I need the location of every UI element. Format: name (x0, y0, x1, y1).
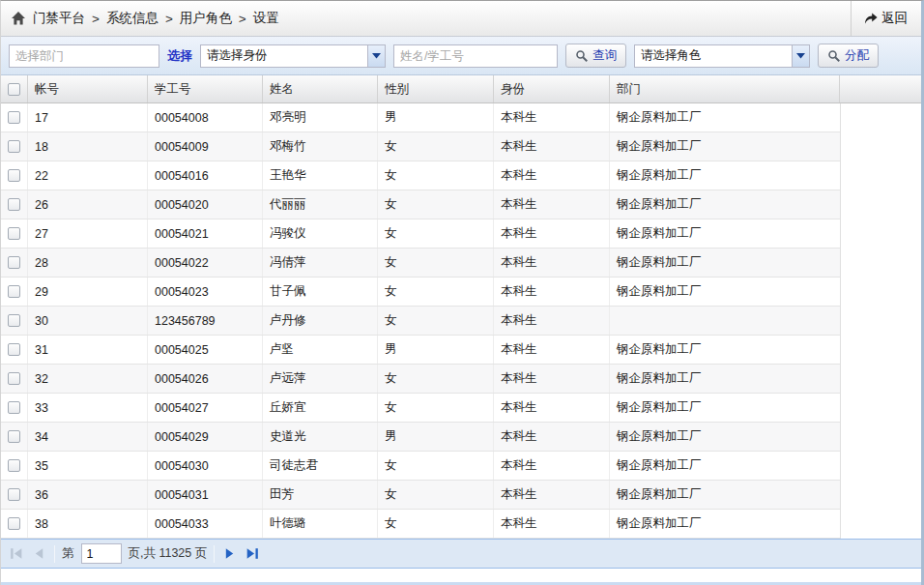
table-body: 17 00054008 邓亮明 男 本科生 钢企原料加工厂 18 0005400… (1, 103, 841, 539)
cell-student-id: 00054008 (148, 103, 263, 132)
first-page-button[interactable] (8, 545, 24, 562)
row-checkbox[interactable] (8, 256, 20, 269)
cell-student-id: 00054025 (148, 336, 263, 364)
page-number-input[interactable] (81, 543, 122, 564)
column-header-filler (840, 75, 921, 102)
row-checkbox-cell (1, 423, 28, 451)
column-header-identity[interactable]: 身份 (494, 75, 610, 102)
row-checkbox[interactable] (8, 459, 20, 472)
role-select-trigger[interactable] (792, 45, 809, 67)
cell-student-id: 123456789 (148, 307, 263, 335)
row-checkbox-cell (1, 481, 28, 509)
cell-gender: 男 (378, 423, 494, 451)
table-header: 帐号 学工号 姓名 性别 身份 部门 (1, 75, 921, 103)
column-header-student-id[interactable]: 学工号 (148, 75, 263, 102)
row-checkbox[interactable] (8, 430, 20, 443)
cell-account: 34 (28, 423, 148, 451)
back-arrow-icon (863, 11, 879, 26)
previous-page-button[interactable] (31, 545, 47, 562)
row-checkbox[interactable] (8, 401, 20, 414)
row-checkbox-cell (1, 336, 28, 364)
table-row[interactable]: 29 00054023 甘子佩 女 本科生 钢企原料加工厂 (1, 278, 840, 307)
cell-gender: 男 (378, 336, 494, 364)
row-checkbox[interactable] (8, 169, 20, 182)
assign-button-label: 分配 (845, 47, 869, 64)
table-row[interactable]: 38 00054033 叶德璐 女 本科生 钢企原料加工厂 (1, 510, 840, 539)
query-button[interactable]: 查询 (565, 44, 626, 68)
row-checkbox[interactable] (8, 372, 20, 385)
table-row[interactable]: 32 00054026 卢远萍 女 本科生 钢企原料加工厂 (1, 365, 840, 394)
back-button-label: 返回 (881, 10, 908, 27)
last-page-button[interactable] (245, 545, 261, 562)
select-department-link[interactable]: 选择 (167, 47, 192, 65)
department-input[interactable] (9, 44, 159, 68)
cell-student-id: 00054021 (148, 219, 263, 248)
table-row[interactable]: 31 00054025 卢坚 男 本科生 钢企原料加工厂 (1, 336, 840, 365)
identity-select[interactable]: 请选择身份 (200, 44, 386, 68)
select-all-checkbox-cell (1, 75, 28, 102)
filter-toolbar: 选择 请选择身份 查询 请选择角色 (1, 37, 921, 75)
cell-department: 钢企原料加工厂 (610, 336, 840, 364)
table-row[interactable]: 27 00054021 冯骏仪 女 本科生 钢企原料加工厂 (1, 219, 840, 249)
cell-identity: 本科生 (494, 219, 610, 248)
table-row[interactable]: 17 00054008 邓亮明 男 本科生 钢企原料加工厂 (1, 103, 840, 132)
table-row[interactable]: 33 00054027 丘娇宜 女 本科生 钢企原料加工厂 (1, 394, 840, 423)
row-checkbox[interactable] (8, 111, 20, 124)
row-checkbox[interactable] (8, 517, 20, 530)
cell-account: 30 (28, 307, 148, 335)
row-checkbox-cell (1, 365, 28, 393)
row-checkbox[interactable] (8, 488, 20, 501)
cell-gender: 女 (378, 161, 494, 190)
row-checkbox[interactable] (8, 227, 20, 240)
breadcrumb-item-system-info[interactable]: 系统信息 (106, 10, 159, 27)
cell-account: 17 (28, 103, 148, 132)
table-row[interactable]: 30 123456789 卢丹修 女 本科生 (1, 307, 840, 336)
column-header-account[interactable]: 帐号 (28, 75, 148, 102)
cell-department: 钢企原料加工厂 (610, 103, 840, 132)
cell-student-id: 00054031 (148, 481, 263, 509)
table-row[interactable]: 36 00054031 田芳 女 本科生 钢企原料加工厂 (1, 481, 840, 510)
name-or-id-input[interactable] (393, 44, 558, 68)
cell-gender: 女 (378, 190, 494, 219)
identity-select-trigger[interactable] (367, 45, 385, 67)
cell-student-id: 00054022 (148, 249, 263, 277)
table-row[interactable]: 18 00054009 邓梅竹 女 本科生 钢企原料加工厂 (1, 132, 840, 161)
home-icon[interactable] (11, 11, 26, 26)
cell-student-id: 00054016 (148, 161, 263, 190)
breadcrumb-item-user-role[interactable]: 用户角色 (180, 10, 232, 27)
column-header-name[interactable]: 姓名 (263, 75, 378, 102)
cell-name: 田芳 (263, 481, 378, 509)
row-checkbox[interactable] (8, 343, 20, 356)
row-checkbox[interactable] (8, 314, 20, 327)
table-row[interactable]: 28 00054022 冯倩萍 女 本科生 钢企原料加工厂 (1, 249, 840, 278)
row-checkbox[interactable] (8, 140, 20, 153)
cell-identity: 本科生 (494, 249, 610, 277)
cell-department: 钢企原料加工厂 (610, 161, 840, 190)
cell-student-id: 00054026 (148, 365, 263, 393)
assign-button[interactable]: 分配 (818, 44, 879, 68)
column-header-department[interactable]: 部门 (610, 75, 840, 102)
page-label-suffix: 页,共 11325 页 (129, 545, 208, 562)
breadcrumb-separator: > (239, 12, 246, 26)
pager-divider (214, 545, 215, 563)
role-select[interactable]: 请选择角色 (634, 44, 810, 68)
column-header-gender[interactable]: 性别 (378, 75, 494, 102)
cell-name: 冯倩萍 (263, 249, 378, 277)
breadcrumb-item-platform[interactable]: 门禁平台 (33, 10, 85, 27)
table-row[interactable]: 26 00054020 代丽丽 女 本科生 钢企原料加工厂 (1, 190, 840, 219)
select-all-checkbox[interactable] (8, 83, 20, 96)
cell-account: 18 (28, 132, 148, 161)
cell-department (610, 307, 840, 335)
row-checkbox-cell (1, 394, 28, 422)
table-row[interactable]: 22 00054016 王艳华 女 本科生 钢企原料加工厂 (1, 161, 840, 190)
table-row[interactable]: 34 00054029 史道光 男 本科生 钢企原料加工厂 (1, 423, 840, 452)
back-button[interactable]: 返回 (851, 1, 921, 36)
next-page-button[interactable] (221, 545, 238, 562)
row-checkbox-cell (1, 452, 28, 480)
row-checkbox[interactable] (8, 198, 20, 211)
table-row[interactable]: 35 00054030 司徒志君 女 本科生 钢企原料加工厂 (1, 452, 840, 481)
row-checkbox[interactable] (8, 285, 20, 298)
chevron-down-icon (372, 53, 381, 59)
cell-account: 32 (28, 365, 148, 393)
app-window: 门禁平台 > 系统信息 > 用户角色 > 设置 返回 选择 请选择身份 (0, 0, 924, 585)
